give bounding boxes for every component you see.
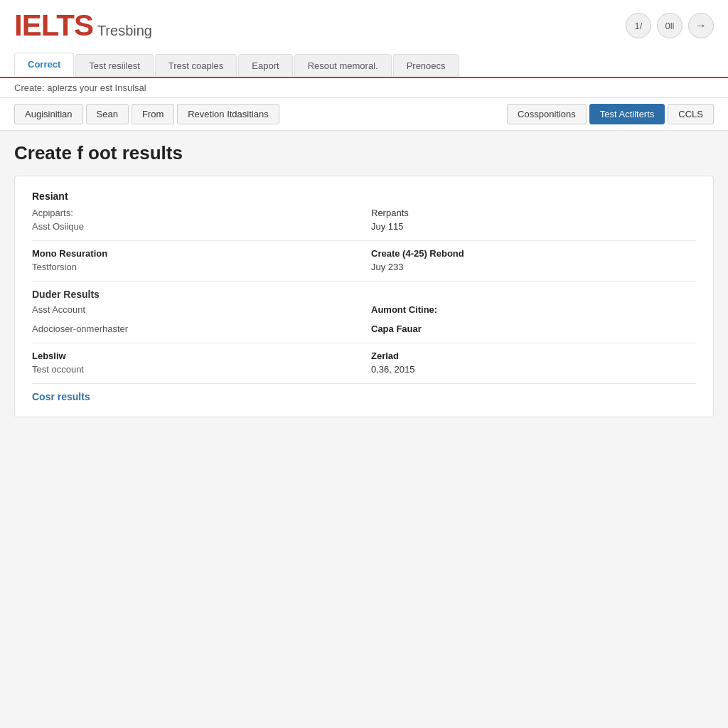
main-content: Create f oot results Resiant Acpiparts: …	[0, 131, 728, 429]
juy-115-value: Juy 115	[371, 221, 696, 232]
tab-test-resiilest[interactable]: Test resiilest	[75, 54, 154, 77]
divider-2	[32, 281, 696, 282]
toolbar-right: Cossponitions Test Actilterts CCLS	[507, 104, 714, 124]
ctrl-btn-2[interactable]: 0ll	[657, 13, 682, 38]
btn-from[interactable]: From	[132, 104, 174, 124]
divider-4	[32, 383, 696, 384]
zerlad-value: Zerlad	[371, 350, 696, 361]
juy-233-value: Juy 233	[371, 262, 696, 272]
capa-fauar-value: Capa Fauar	[371, 323, 696, 334]
duder-results-title: Duder Results	[32, 289, 696, 300]
page-title: Create f oot results	[14, 142, 714, 164]
divider-3	[32, 343, 696, 343]
asst-osiique-label: Asst Osiique	[32, 221, 357, 232]
date-value: 0,36, 2015	[371, 364, 696, 375]
tab-correct[interactable]: Correct	[14, 53, 74, 77]
create-rebond-value: Create (4-25) Rebond	[371, 248, 696, 259]
header-top: IELTS Tresbing 1/ 0ll →	[14, 9, 714, 50]
btn-test-actilterts[interactable]: Test Actilterts	[589, 104, 665, 124]
ctrl-btn-arrow[interactable]: →	[688, 13, 714, 38]
tab-resout-memoral[interactable]: Resout memoral.	[294, 54, 392, 77]
asst-account-label: Asst Account	[32, 304, 357, 315]
btn-revetion[interactable]: Revetion Itdasitians	[177, 104, 279, 124]
logo: IELTS Tresbing	[14, 9, 152, 43]
breadcrumb: Create: aplerzs your est Insulsal	[0, 78, 728, 98]
mono-resuration-label: Mono Resuration	[32, 248, 357, 259]
cosr-results[interactable]: Cosr results	[32, 391, 696, 402]
btn-augisinitian[interactable]: Augisinitian	[14, 104, 83, 124]
tab-trest-coaples[interactable]: Trest coaples	[155, 54, 237, 77]
testforsion-label: Testforsion	[32, 262, 357, 272]
mono-grid: Mono Resuration Create (4-25) Rebond Tes…	[32, 248, 696, 272]
tab-prenoecs[interactable]: Prenoecs	[393, 54, 459, 77]
btn-cossponitions[interactable]: Cossponitions	[507, 104, 587, 124]
section-resiant-title: Resiant	[32, 191, 696, 202]
tabs-container: Correct Test resiilest Trest coaples Eap…	[14, 53, 714, 77]
btn-ccls[interactable]: CCLS	[668, 104, 714, 124]
lebsliw-grid: Lebsliw Zerlad Test occount 0,36, 2015	[32, 350, 696, 375]
logo-subtitle: Tresbing	[97, 23, 152, 39]
header-controls: 1/ 0ll →	[626, 13, 714, 38]
tab-eaport[interactable]: Eaport	[238, 54, 292, 77]
adocioser-grid: Adocioser-onmerhaster Capa Fauar	[32, 323, 696, 334]
rerpants-value: Rerpants	[371, 208, 696, 218]
ctrl-btn-1[interactable]: 1/	[626, 13, 651, 38]
results-card: Resiant Acpiparts: Rerpants Asst Osiique…	[14, 176, 714, 417]
logo-ielts: IELTS	[14, 9, 93, 43]
divider-1	[32, 240, 696, 241]
acpiparts-label: Acpiparts:	[32, 208, 357, 218]
header: IELTS Tresbing 1/ 0ll → Correct Test res…	[0, 0, 728, 78]
duder-grid: Asst Account Aumont Citine:	[32, 304, 696, 315]
toolbar: Augisinitian Sean From Revetion Itdasiti…	[0, 98, 728, 131]
resiant-grid: Acpiparts: Rerpants Asst Osiique Juy 115	[32, 208, 696, 232]
adocioser-label: Adocioser-onmerhaster	[32, 323, 357, 334]
aumont-citine-value: Aumont Citine:	[371, 304, 696, 315]
lebsliw-label: Lebsliw	[32, 350, 357, 361]
btn-sean[interactable]: Sean	[86, 104, 129, 124]
test-occount-label: Test occount	[32, 364, 357, 375]
toolbar-left: Augisinitian Sean From Revetion Itdasiti…	[14, 104, 279, 124]
